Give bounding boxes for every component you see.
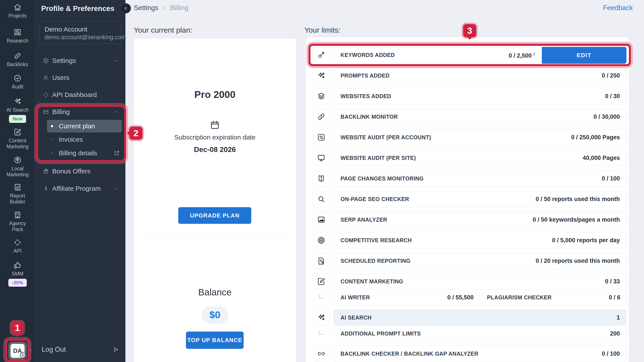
chevron-left-icon (124, 6, 128, 10)
limit-label: SCHEDULED REPORTING (340, 258, 410, 264)
settings-sidebar: Profile & Preferences Demo Account demo.… (35, 0, 126, 362)
limit-icon-box (313, 109, 329, 125)
sidebar-item-current-plan[interactable]: Current plan (35, 120, 126, 132)
target-icon (317, 236, 326, 245)
sparkles-icon (14, 97, 22, 106)
limit-row-page-changes-monitoring: PAGE CHANGES MONITORING0 / 100 (306, 170, 629, 186)
chain-icon (317, 112, 326, 121)
account-email: demo.account@seranking.com (44, 34, 126, 41)
gear-icon (43, 58, 49, 64)
item-dot-icon (52, 153, 53, 154)
building-icon (14, 211, 22, 219)
sidebar-item-audit[interactable]: Audit (0, 74, 35, 90)
feedback-link[interactable]: Feedback (603, 4, 633, 12)
sidebar-item-settings[interactable]: Settings (35, 54, 126, 67)
sidebar-item-billing[interactable]: Billing (35, 105, 126, 119)
top-up-balance-button[interactable]: TOP UP BALANCE (186, 332, 244, 349)
limit-label: BACKLINK CHECKER / BACKLINK GAP ANALYZER (340, 351, 478, 357)
limit-label: WEBSITE AUDIT (PER ACCOUNT) (340, 134, 431, 141)
avatar-expand-chevron-icon[interactable]: › (30, 346, 32, 354)
limit-label: PROMPTS ADDED (340, 72, 390, 79)
monitor-icon (317, 154, 326, 162)
sidebar-item-label: Projects (8, 13, 26, 19)
sidebar-item-label: Billing details (59, 149, 97, 157)
avatar-ring: DA (8, 342, 27, 360)
limit-label: BACKLINK MONITOR (340, 114, 398, 120)
sidebar-item-backlinks[interactable]: Backlinks (0, 52, 35, 67)
sidebar-item-local-marketing[interactable]: LocalMarketing (0, 156, 35, 178)
logout-button[interactable]: Log Out (35, 343, 126, 356)
sidebar-item-smm[interactable]: SMM-20% (0, 261, 35, 287)
balance-label: Balance (134, 287, 296, 298)
limit-row-backlink-monitor: BACKLINK MONITOR0 / 30,000 (306, 109, 629, 125)
limit-value: 0 / 100 (602, 175, 620, 182)
account-switcher[interactable]: Demo Account demo.account@seranking.com (39, 21, 121, 44)
limit-icon-box (313, 232, 329, 248)
sidebar-item-projects[interactable]: Projects (0, 3, 35, 19)
collapse-sidebar-button[interactable] (121, 3, 131, 13)
limit-row-backlink-checker-backlink-gap-analyzer: BACKLINK CHECKER / BACKLINK GAP ANALYZER… (306, 346, 629, 362)
logout-icon (113, 347, 119, 353)
sidebar-item-report-builder[interactable]: ReportBuilder (0, 183, 35, 205)
breadcrumb-settings[interactable]: Settings (134, 4, 158, 11)
limit-row-box: WEBSITE AUDIT (PER SITE)40,000 Pages (333, 150, 626, 166)
limit-subrow: AI WRITER0 / 55,500PLAGIARISM CHECKER0 /… (306, 289, 629, 306)
limit-label: CONTENT MARKETING (340, 278, 403, 285)
sidebar-item-affiliate-program[interactable]: Affiliate Program (35, 182, 126, 195)
current-plan-heading: Your current plan: (134, 26, 192, 34)
limit-label: AI SEARCH (340, 315, 372, 321)
sidebar-item-content-marketing[interactable]: ContentMarketing (0, 128, 35, 150)
sidebar-item-research[interactable]: Research (0, 28, 35, 44)
edit-keywords-button[interactable]: EDIT (542, 47, 626, 64)
main-content: Settings›Billing Feedback Your current p… (126, 0, 644, 362)
home-icon (14, 3, 22, 11)
limit-value: 0 / 100 (602, 351, 620, 357)
upgrade-plan-button[interactable]: UPGRADE PLAN (178, 207, 251, 224)
sidebar-item-label: Users (52, 74, 69, 81)
sidebar-item-label: Research (7, 38, 28, 44)
pencil-square-icon (14, 128, 22, 136)
limit-value: 0 / 20 reports used this month (536, 258, 620, 264)
plan-name: Pro 2000 (134, 89, 296, 100)
sidebar-item-api-dashboard[interactable]: API Dashboard (35, 88, 126, 102)
sidebar-item-label: API (14, 248, 22, 254)
sidebar-item-label: Audit (12, 84, 23, 90)
annotation-badge-1: 1 (11, 322, 24, 334)
sidebar-item-users[interactable]: Users (35, 71, 126, 85)
sidebar-item-api[interactable]: API (0, 238, 35, 254)
doc-report-icon (317, 256, 326, 265)
ai-search-badge: New (9, 115, 26, 123)
limit-row-box: BACKLINK CHECKER / BACKLINK GAP ANALYZER… (333, 346, 626, 362)
limit-value: 0 / 2,500i (509, 51, 535, 59)
report-icon (14, 183, 22, 191)
limit-label: ON-PAGE SEO CHECKER (340, 196, 409, 202)
sidebar-item-invoices[interactable]: Invoices (35, 133, 126, 146)
info-icon[interactable]: i (534, 51, 535, 56)
sidebar-item-agency-pack[interactable]: AgencyPack (0, 211, 35, 232)
chevron-down-icon (113, 186, 118, 191)
avatar[interactable]: DA (10, 344, 24, 358)
sidebar-item-bonus-offers[interactable]: Bonus Offers (35, 165, 126, 178)
chain-icon (14, 52, 22, 60)
limit-value: 1 (616, 314, 620, 321)
limits-card: KEYWORDS ADDED0 / 2,500iEDITPROMPTS ADDE… (306, 37, 629, 362)
limit-value: 0 / 33 (605, 278, 620, 285)
sidebar-item-ai-search[interactable]: AI SearchNew (0, 97, 35, 123)
sidebar-item-label: Invoices (59, 136, 83, 143)
limit-value: 0 / 30,000 (594, 113, 620, 120)
sidebar-item-label: API Dashboard (52, 91, 97, 99)
sparkles-icon (317, 313, 326, 322)
subrow-connector-icon (319, 295, 323, 299)
limit-row-scheduled-reporting: SCHEDULED REPORTING0 / 20 reports used t… (306, 253, 629, 269)
users-icon (43, 75, 49, 81)
limit-row-ai-search: AI SEARCH1 (306, 309, 629, 326)
dollar-icon (43, 186, 49, 192)
gift-icon (43, 169, 49, 174)
api-cube-icon (14, 238, 22, 247)
sidebar-item-billing-details[interactable]: Billing details (35, 147, 126, 159)
limit-value: 0 / 250 (602, 72, 620, 79)
subrow-cell: PLAGIARISM CHECKER0 / 6 (480, 290, 626, 305)
limit-row-box: SCHEDULED REPORTING0 / 20 reports used t… (333, 253, 626, 269)
limit-row-prompts-added: PROMPTS ADDED0 / 250 (306, 67, 629, 84)
limit-icon-box (313, 191, 329, 207)
